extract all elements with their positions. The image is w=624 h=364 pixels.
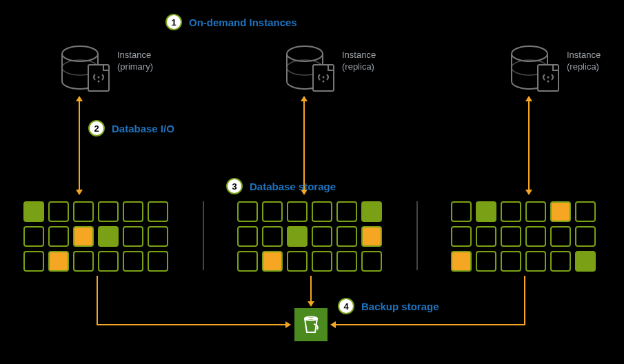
storage-cell: [361, 251, 382, 272]
instance-label: Instance (replica): [342, 50, 376, 73]
callout-number: 2: [88, 120, 105, 136]
grid-separator: [416, 201, 418, 270]
storage-cell: [312, 201, 332, 222]
storage-cell: [476, 201, 496, 222]
grid-separator: [203, 201, 204, 270]
storage-cell: [237, 201, 258, 222]
io-arrow: [303, 101, 305, 190]
backup-arrow-segment: [97, 276, 98, 325]
storage-cell: [451, 251, 472, 272]
callout-backup-storage: 4 Backup storage: [338, 298, 439, 314]
storage-cell: [525, 251, 546, 272]
storage-cell: [123, 201, 143, 222]
storage-cell: [48, 201, 69, 222]
storage-cell: [262, 226, 283, 247]
storage-cell: [575, 226, 596, 247]
storage-cell: [525, 201, 546, 222]
svg-point-8: [323, 77, 325, 79]
svg-point-3: [98, 77, 100, 79]
storage-cell: [237, 251, 258, 272]
storage-cell: [336, 201, 357, 222]
storage-cell: [550, 251, 571, 272]
db-instance-icon: [285, 44, 339, 98]
storage-grid: [23, 201, 168, 272]
callout-number: 1: [165, 14, 182, 30]
storage-cell: [575, 201, 596, 222]
svg-point-9: [323, 81, 325, 83]
storage-cell: [262, 201, 283, 222]
backup-arrow-segment: [97, 324, 286, 325]
storage-cell: [501, 201, 521, 222]
callout-on-demand: 1 On-demand Instances: [165, 14, 297, 30]
callout-number: 4: [338, 298, 354, 314]
storage-cell: [550, 201, 571, 222]
backup-arrow-segment: [335, 324, 525, 325]
storage-cell: [148, 251, 168, 272]
storage-cell: [501, 251, 521, 272]
storage-grid: [451, 201, 596, 272]
storage-cell: [123, 251, 143, 272]
svg-point-5: [287, 46, 323, 61]
storage-cell: [451, 201, 472, 222]
storage-cell: [287, 226, 308, 247]
storage-cell: [312, 226, 332, 247]
storage-cell: [525, 226, 546, 247]
storage-cell: [48, 226, 69, 247]
storage-cell: [312, 251, 332, 272]
instance-role: (primary): [117, 61, 153, 73]
instance-label: Instance (replica): [567, 50, 601, 73]
storage-cell: [287, 251, 308, 272]
storage-cell: [23, 226, 44, 247]
storage-cell: [501, 226, 521, 247]
callout-label: Database I/O: [112, 123, 174, 134]
svg-point-13: [547, 77, 550, 79]
callout-db-io: 2 Database I/O: [88, 120, 174, 136]
callout-number: 3: [226, 178, 243, 194]
svg-point-10: [512, 46, 547, 61]
storage-cell: [262, 251, 283, 272]
storage-cell: [148, 226, 168, 247]
storage-cell: [23, 251, 44, 272]
storage-cell: [287, 201, 308, 222]
backup-arrow-segment: [310, 276, 312, 302]
io-arrow: [528, 101, 530, 190]
storage-cell: [476, 226, 496, 247]
instance-name: Instance: [117, 50, 153, 61]
storage-cell: [98, 201, 119, 222]
storage-cell: [451, 226, 472, 247]
callout-db-storage: 3 Database storage: [226, 178, 336, 194]
storage-cell: [550, 226, 571, 247]
storage-cell: [361, 226, 382, 247]
storage-grid: [237, 201, 382, 272]
storage-cell: [237, 226, 258, 247]
storage-cell: [123, 226, 143, 247]
io-arrow: [79, 101, 80, 190]
storage-cell: [48, 251, 69, 272]
callout-label: On-demand Instances: [189, 17, 297, 28]
storage-cell: [336, 251, 357, 272]
backup-arrow-segment: [524, 276, 525, 325]
storage-cell: [336, 226, 357, 247]
storage-cell: [148, 201, 168, 222]
storage-cell: [73, 201, 94, 222]
storage-cell: [98, 251, 119, 272]
storage-cell: [73, 226, 94, 247]
instance-role: (replica): [342, 61, 376, 73]
storage-cell: [23, 201, 44, 222]
storage-cell: [73, 251, 94, 272]
db-instance-icon: [61, 44, 114, 98]
callout-label: Database storage: [250, 181, 336, 192]
storage-cell: [98, 226, 119, 247]
instance-name: Instance: [567, 50, 601, 61]
storage-cell: [476, 251, 496, 272]
svg-point-0: [62, 46, 98, 61]
callout-label: Backup storage: [361, 301, 439, 312]
instance-label: Instance (primary): [117, 50, 153, 73]
storage-cell: [575, 251, 596, 272]
svg-point-14: [547, 81, 550, 83]
storage-cell: [361, 201, 382, 222]
bucket-icon: [294, 308, 328, 341]
db-instance-icon: [510, 44, 564, 98]
svg-point-4: [98, 81, 100, 83]
instance-name: Instance: [342, 50, 376, 61]
